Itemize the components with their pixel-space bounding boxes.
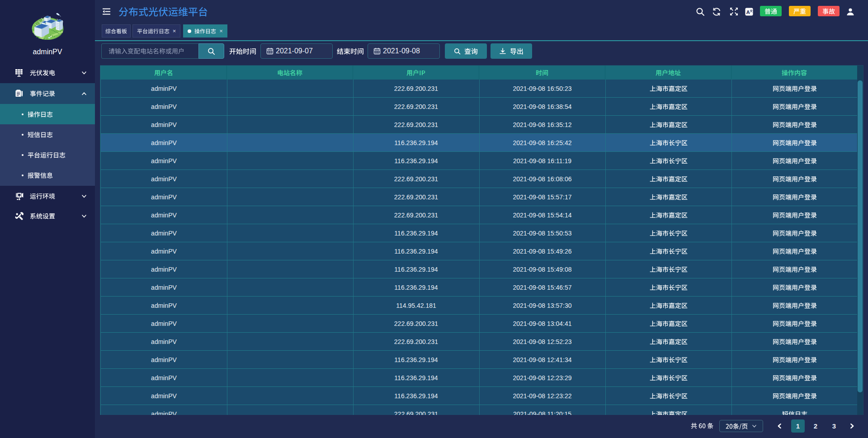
svg-text:A: A bbox=[746, 9, 750, 15]
